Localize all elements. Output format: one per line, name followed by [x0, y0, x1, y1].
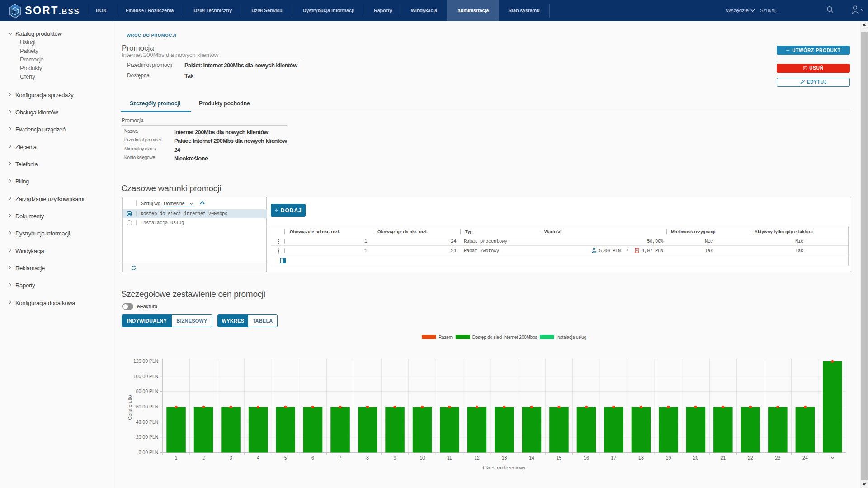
svg-text:14: 14	[529, 455, 534, 460]
svg-text:20: 20	[693, 455, 698, 460]
svg-text:100,00 PLN: 100,00 PLN	[133, 374, 158, 379]
svg-text:22: 22	[748, 455, 753, 460]
svg-text:11: 11	[447, 455, 452, 460]
svg-text:Okres rozliczeniowy: Okres rozliczeniowy	[483, 465, 525, 470]
svg-text:4: 4	[257, 455, 259, 460]
svg-text:7: 7	[339, 455, 342, 460]
svg-text:∞: ∞	[831, 455, 835, 460]
svg-text:Dostęp do sieci internet 200Mb: Dostęp do sieci internet 200Mbps	[472, 335, 538, 340]
svg-text:3: 3	[230, 455, 232, 460]
svg-text:5: 5	[284, 455, 287, 460]
svg-text:20,00 PLN: 20,00 PLN	[136, 434, 159, 440]
svg-text:19: 19	[666, 455, 671, 460]
svg-text:13: 13	[502, 455, 507, 460]
svg-text:2: 2	[202, 455, 205, 460]
svg-text:21: 21	[721, 455, 726, 460]
svg-text:12: 12	[474, 455, 480, 460]
svg-text:17: 17	[611, 455, 617, 460]
svg-text:16: 16	[584, 455, 589, 460]
svg-text:120,00 PLN: 120,00 PLN	[133, 358, 158, 364]
svg-text:60,00 PLN: 60,00 PLN	[136, 404, 159, 409]
svg-text:1: 1	[175, 455, 178, 460]
svg-text:8: 8	[366, 455, 369, 460]
svg-text:Instalacja usług: Instalacja usług	[557, 335, 587, 340]
svg-text:0,00 PLN: 0,00 PLN	[139, 450, 159, 455]
svg-text:23: 23	[775, 455, 781, 460]
svg-text:15: 15	[557, 455, 562, 460]
svg-text:80,00 PLN: 80,00 PLN	[136, 389, 159, 394]
svg-text:24: 24	[802, 455, 808, 460]
svg-text:Razem: Razem	[439, 335, 453, 340]
svg-text:6: 6	[311, 455, 314, 460]
svg-text:10: 10	[420, 455, 425, 460]
svg-text:40,00 PLN: 40,00 PLN	[136, 419, 159, 425]
svg-text:18: 18	[638, 455, 644, 460]
svg-text:Cena brutto: Cena brutto	[127, 395, 132, 420]
svg-text:9: 9	[394, 455, 396, 460]
